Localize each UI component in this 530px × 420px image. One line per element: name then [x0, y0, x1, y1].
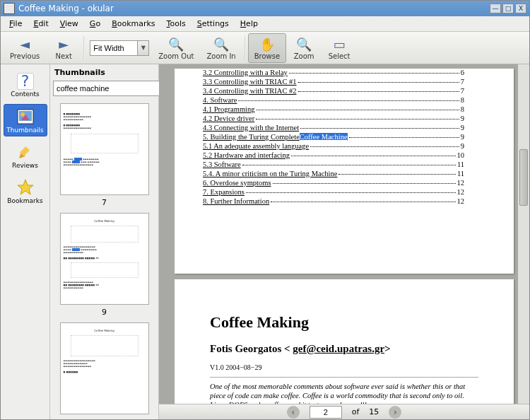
search-input[interactable] — [53, 81, 169, 96]
doc-version: V1.0 2004−08−29 — [210, 363, 478, 371]
current-page-input[interactable] — [310, 406, 342, 419]
toc-entry[interactable]: 4.2 Device driver9 — [203, 115, 464, 124]
search-highlight: Coffee Machine — [300, 133, 348, 141]
browse-button[interactable]: ✋ Browse — [248, 33, 286, 63]
menu-tools[interactable]: Tools — [161, 18, 192, 30]
sidetab-contents[interactable]: ? Contents — [4, 69, 47, 101]
app-icon — [4, 3, 15, 14]
toolbar-separator — [245, 36, 246, 60]
zoom-in-button[interactable]: 🔍 Zoom In — [200, 33, 242, 63]
toc-entry[interactable]: 5.4. A minor criticism on the Turing Mac… — [203, 170, 464, 179]
thumbnail-search: ✖ 🔍 — [50, 79, 158, 99]
toc-entry[interactable]: 8. Further Information12 — [203, 197, 464, 206]
titlebar: Coffee Making - okular — □ X — [1, 1, 529, 16]
minimize-button[interactable]: — — [490, 4, 501, 13]
page-view[interactable]: Coffee Making Fotis Georgatos < gef@ceid… — [175, 279, 514, 404]
toc-entry[interactable]: 7. Expansions12 — [203, 188, 464, 197]
sidetab-thumbnails[interactable]: Thumbnails — [4, 104, 47, 136]
menu-edit[interactable]: Edit — [28, 18, 54, 30]
toc-entry[interactable]: 3.3 Controlling with TRIAC #17 — [203, 78, 464, 87]
menu-settings[interactable]: Settings — [192, 18, 235, 30]
document-area: 3.2 Controlling with a Relay63.3 Control… — [159, 64, 529, 419]
svg-marker-6 — [18, 180, 33, 194]
zoom-tool-button[interactable]: 🔍 Zoom — [286, 33, 322, 63]
prev-page-button[interactable]: ‹ — [287, 406, 300, 419]
zoom-combo[interactable]: ▼ — [90, 40, 149, 57]
thumbnails-list[interactable]: ■ ■■■■■■■ ▬▬▬▬▬▬▬▬▬▬▬▬▬▬▬▬▬▬▬▬▬▬▬▬ ■ ■■■… — [50, 99, 158, 419]
menu-file[interactable]: File — [4, 18, 28, 30]
scrollbar-vertical[interactable] — [518, 64, 529, 404]
close-button[interactable]: X — [515, 4, 526, 13]
toc-entry[interactable]: 4. Software8 — [203, 96, 464, 105]
zoom-out-button[interactable]: 🔍 Zoom Out — [152, 33, 200, 63]
total-pages: 15 — [369, 407, 379, 416]
thumbnail-label: 7 — [53, 198, 155, 207]
star-icon — [16, 178, 35, 197]
zoom-in-icon: 🔍 — [213, 36, 229, 52]
magnifier-icon: 🔍 — [296, 36, 312, 52]
toc-entry[interactable]: 4.1 Programming8 — [203, 105, 464, 115]
page-view[interactable]: 3.2 Controlling with a Relay63.3 Control… — [175, 69, 514, 274]
toc-entry[interactable]: 6. Overdose symptoms12 — [203, 179, 464, 188]
panel-heading: Thumbnails — [50, 64, 158, 79]
toc-entry[interactable]: 5. Building the Turing Complete Coffee M… — [203, 133, 464, 142]
zoom-out-icon: 🔍 — [168, 36, 184, 52]
toolbar: ◄ Previous ► Next ▼ 🔍 Zoom Out 🔍 Zoom In… — [1, 32, 529, 64]
toc-entry[interactable]: 5.1 An adequate assembly language9 — [203, 142, 464, 151]
page-navbar: ‹ of 15 › — [159, 404, 529, 419]
toc-entry[interactable]: 3.2 Controlling with a Relay6 — [203, 69, 464, 78]
sidetab-reviews[interactable]: Reviews — [4, 139, 47, 172]
menu-bookmarks[interactable]: Bookmarks — [106, 18, 160, 30]
doc-title: Coffee Making — [210, 313, 478, 332]
toc-entry[interactable]: 4.3 Connecting with the Internet9 — [203, 124, 464, 133]
divider — [210, 377, 478, 378]
previous-button[interactable]: ◄ Previous — [4, 33, 46, 63]
question-icon: ? — [17, 73, 34, 90]
menu-view[interactable]: View — [54, 18, 84, 30]
menu-help[interactable]: Help — [235, 18, 264, 30]
thumbnail-page[interactable]: ■ ■■■■■■■ ▬▬▬▬▬▬▬▬▬▬▬▬▬▬▬▬▬▬▬▬▬▬▬▬ ■ ■■■… — [60, 103, 149, 195]
thumbnails-panel: Thumbnails ✖ 🔍 ■ ■■■■■■■ ▬▬▬▬▬▬▬▬▬▬▬▬▬▬▬… — [50, 64, 159, 419]
next-button[interactable]: ► Next — [46, 33, 81, 63]
menubar: File Edit View Go Bookmarks Tools Settin… — [1, 16, 529, 32]
thumbnail-page[interactable]: Coffee Making ▬▬▬▬▬▬▬▬▬▬▬▬▬▬▬▬ ▬▬▬▬▬▬▬▬▬… — [60, 322, 149, 414]
chevron-down-icon[interactable]: ▼ — [138, 40, 149, 56]
arrow-left-icon: ◄ — [17, 36, 33, 52]
email-link[interactable]: gef@ceid.upatras.gr — [293, 343, 384, 354]
arrow-right-icon: ► — [56, 36, 71, 52]
thumbnails-icon — [16, 107, 35, 126]
thumbnail-page[interactable]: Coffee Making ▬▬▬▬▬▬▬▬▬▬▬▬▬▬▬▬ ▬▬▬▬ ▬▬▬▬… — [60, 213, 149, 305]
menu-go[interactable]: Go — [84, 18, 106, 30]
toc-entry[interactable]: 3.4 Controlling with TRIAC #27 — [203, 87, 464, 96]
side-tabs: ? Contents Thumbnails Reviews Bookmarks — [1, 64, 50, 419]
pencil-icon — [16, 143, 35, 161]
of-label: of — [352, 407, 360, 416]
next-page-button[interactable]: › — [389, 406, 401, 419]
toc-entry[interactable]: 5.3 Software11 — [203, 161, 464, 170]
svg-point-2 — [20, 112, 25, 117]
maximize-button[interactable]: □ — [502, 4, 514, 13]
window-title: Coffee Making - okular — [18, 4, 488, 13]
toolbar-separator — [83, 36, 85, 60]
doc-author: Fotis Georgatos < gef@ceid.upatras.gr> — [210, 343, 478, 355]
thumbnail-label: 9 — [53, 308, 155, 317]
toc-entry[interactable]: 5.2 Hardware and interfacing10 — [203, 151, 464, 161]
document-scroll[interactable]: 3.2 Controlling with a Relay63.3 Control… — [159, 64, 529, 404]
doc-intro: One of the most memorable comments about… — [210, 382, 478, 404]
sidetab-bookmarks[interactable]: Bookmarks — [4, 175, 47, 207]
zoom-input[interactable] — [90, 40, 138, 56]
hand-icon: ✋ — [259, 36, 275, 52]
main-area: ? Contents Thumbnails Reviews Bookmarks … — [1, 64, 529, 419]
select-button[interactable]: ▭ Select — [322, 33, 357, 63]
scrollbar-thumb[interactable] — [519, 149, 528, 206]
select-icon: ▭ — [331, 36, 347, 52]
